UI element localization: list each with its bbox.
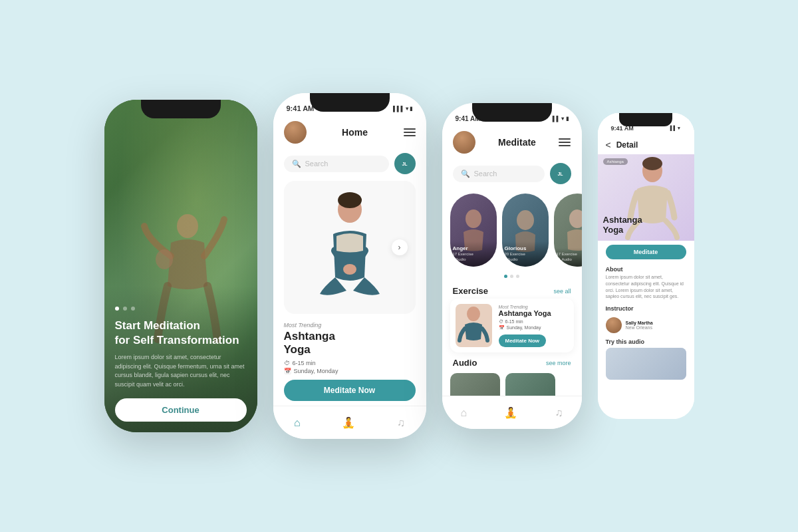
yoga-card-glorious[interactable]: Glorious 20 Exercise8 Audio (502, 194, 549, 267)
trending-label: Most Trending (499, 305, 569, 309)
status-icons: ▌▌ ▾ (670, 126, 681, 131)
phone-meditate: 9:41 AM ▌▌ ▾ ▮ Meditate 🔍 Search JL (442, 103, 582, 429)
schedule-row: 📅 Sunday, Monday (284, 368, 416, 374)
dot-2 (510, 275, 513, 278)
splash-overlay: Start Meditationfor Self Transformation … (104, 286, 257, 432)
instructor-section-label: Instructor (598, 301, 694, 315)
search-input-wrap[interactable]: 🔍 Search (284, 156, 389, 172)
instructor-row: Sally Martha New Orleans (598, 315, 694, 336)
yoga-card-3[interactable]: 17 Exercise11 Audio (554, 194, 582, 267)
splash-desc: Lorem ipsum dolor sit amet, consectetur … (115, 353, 247, 389)
menu-line (404, 128, 416, 130)
nav-music[interactable]: ♫ (397, 417, 405, 429)
exercise-name: Ashtanga Yoga (499, 309, 569, 317)
search-input-wrap[interactable]: 🔍 Search (453, 166, 545, 182)
header-title: Meditate (498, 137, 536, 148)
status-badge: Ashtanga (603, 158, 628, 165)
meditation-figure (310, 191, 390, 304)
home-icon: ⌂ (461, 407, 467, 419)
user-badge[interactable]: JL (394, 153, 416, 174)
exercise-thumbnail (456, 304, 492, 347)
instructor-info: Sally Martha New Orleans (626, 321, 653, 330)
hero-meta: ⏱ 6-15 min 📅 Sunday, Monday (284, 360, 416, 374)
yoga-card-bg: 17 Exercise11 Audio (554, 194, 582, 267)
menu-line (404, 135, 416, 136)
nav-meditation[interactable]: 🧘 (504, 406, 517, 419)
app-header: Meditate (442, 127, 582, 159)
svg-point-11 (642, 157, 662, 170)
duration-text: 6-15 min (293, 360, 316, 366)
status-icons: ▌▌▌ ▾ ▮ (393, 106, 412, 112)
yoga-name: AshtangaYoga (284, 330, 416, 357)
meditate-now-button[interactable]: Meditate Now (284, 380, 416, 401)
try-audio-title: Try this audio (606, 338, 686, 345)
see-more-audio-link[interactable]: see more (546, 360, 571, 366)
carousel-next-button[interactable]: › (392, 239, 408, 255)
detail-hero-image: Ashtanga AshtangaYoga (598, 154, 694, 241)
about-section: About Lorem ipsum dolor sit amet, consec… (598, 263, 694, 301)
exercise-card[interactable]: Most Trending Ashtanga Yoga ⏱ 6-15 min 📅… (450, 299, 574, 352)
phone-splash: 9:41 AM ▌▌▌📶🔋 (104, 100, 257, 432)
nav-home[interactable]: ⌂ (461, 407, 467, 419)
svg-point-6 (517, 210, 534, 230)
svg-point-5 (466, 209, 481, 228)
continue-button[interactable]: Continue (115, 398, 247, 422)
phone-detail: 9:41 AM ▌▌ ▾ < Detail (598, 113, 694, 419)
menu-line (404, 132, 416, 133)
menu-line (559, 145, 571, 146)
bottom-navigation: ⌂ 🧘 ♫ (273, 406, 426, 439)
menu-line (559, 138, 571, 140)
meditate-now-button[interactable]: Meditate Now (499, 334, 547, 347)
back-button[interactable]: < (606, 140, 611, 150)
search-bar: 🔍 Search JL (442, 159, 582, 188)
svg-point-0 (177, 214, 198, 238)
clock-icon: ⏱ (284, 360, 290, 366)
instructor-location: New Orleans (626, 325, 653, 330)
svg-point-4 (343, 264, 356, 275)
exercise-schedule: 📅 Sunday, Monday (499, 325, 569, 331)
user-badge[interactable]: JL (550, 163, 571, 184)
audio-thumbnail[interactable]: ▶ (606, 348, 686, 380)
yoga-card-name: Glorious (505, 245, 546, 252)
nav-music[interactable]: ♫ (555, 407, 563, 419)
bottom-navigation: ⌂ 🧘 ♫ (442, 396, 582, 429)
svg-point-1 (156, 249, 173, 269)
music-icon: ♫ (397, 417, 405, 429)
meditation-icon: 🧘 (342, 416, 355, 429)
calendar-icon: 📅 (284, 368, 291, 374)
exercise-duration: ⏱ 6-15 min (499, 319, 569, 324)
splash-title: Start Meditationfor Self Transformation (115, 319, 247, 348)
instructor-name: Sally Martha (626, 321, 653, 325)
meditate-button[interactable]: Meditate (606, 245, 686, 259)
exercise-title: Exercise (453, 286, 489, 296)
dot-3 (516, 275, 519, 278)
nav-home[interactable]: ⌂ (294, 417, 301, 429)
exercise-section-header: Exercise see all (442, 281, 582, 299)
dot-1 (115, 307, 119, 311)
search-icon: 🔍 (461, 170, 470, 178)
avatar (453, 131, 475, 154)
splash-dots (115, 307, 247, 311)
home-icon: ⌂ (294, 417, 301, 429)
yoga-card-info: 17 Exercise11 Audio (554, 248, 582, 267)
yoga-card-name: Anger (453, 245, 494, 252)
menu-icon[interactable] (559, 138, 571, 146)
about-title: About (606, 266, 686, 273)
search-placeholder: Search (474, 170, 497, 178)
menu-icon[interactable] (404, 128, 416, 136)
yoga-card-info: Anger 17 Exercise6 Audio (450, 241, 497, 267)
see-all-link[interactable]: see all (553, 288, 571, 295)
trending-label: Most Trending (284, 322, 416, 329)
exercise-info: Most Trending Ashtanga Yoga ⏱ 6-15 min 📅… (499, 305, 569, 347)
hero-card: › (284, 181, 416, 314)
yoga-card-anger[interactable]: Anger 17 Exercise6 Audio (450, 194, 497, 267)
search-placeholder: Search (305, 160, 329, 168)
calendar-icon: 📅 (499, 325, 505, 331)
yoga-card-bg: Glorious 20 Exercise8 Audio (502, 194, 549, 267)
audio-section-header: Audio see more (442, 352, 582, 370)
phone-home: 9:41 AM ▌▌▌ ▾ ▮ Home 🔍 Search JL (273, 93, 426, 439)
nav-meditation[interactable]: 🧘 (342, 416, 355, 429)
phone-notch (141, 100, 221, 118)
dot-2 (123, 307, 127, 311)
yoga-card-meta: 17 Exercise6 Audio (453, 252, 494, 263)
